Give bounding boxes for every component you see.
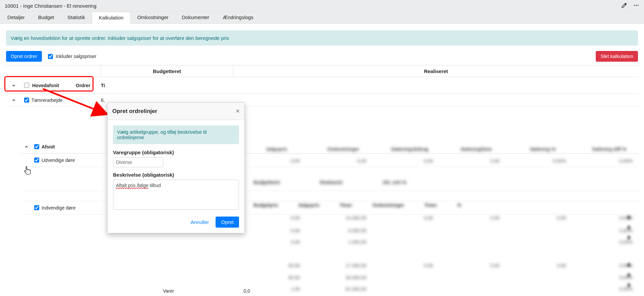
blurred-data-row-6: 1,0081.000,000,00% [253, 286, 633, 294]
main-section-row[interactable]: Tømrerarbejde 6, [5, 94, 639, 107]
table-region: Budgetteret Realiseret Hovedafsnit Ordre… [5, 65, 639, 215]
main-section-checkbox[interactable] [22, 98, 31, 103]
tab-statistik[interactable]: Statistik [61, 12, 92, 23]
modal-info: Vælg artikelgruppe, og tilføj beskrivels… [113, 125, 239, 144]
sub-select-all-checkbox[interactable] [32, 144, 41, 149]
modal-title: Opret ordrelinjer [112, 108, 157, 115]
tab-kalkulation[interactable]: Kalkulation [92, 12, 130, 24]
collapse-icon[interactable] [5, 98, 22, 103]
tab-aendringslogs[interactable]: Ændringslogs [216, 12, 260, 23]
varer-value: 0,0 [217, 288, 253, 294]
tabs-bar: Detaljer Budget Statistik Kalkulation Om… [0, 12, 644, 24]
action-left: Opret ordrer Inkluder salgspriser [6, 51, 96, 62]
tab-omkostninger[interactable]: Omkostninger [130, 12, 175, 23]
create-button[interactable]: Opret [216, 217, 239, 228]
more-icon[interactable] [633, 2, 639, 9]
edit-icon[interactable] [621, 2, 627, 9]
header-actions [621, 2, 639, 9]
blurred-data-row-1: 0,0010.000,000,000,000,000,00% [253, 215, 633, 223]
group-spacer [5, 65, 101, 77]
include-sales-prices-checkbox[interactable] [48, 54, 53, 59]
tab-budget[interactable]: Budget [32, 12, 61, 23]
cancel-button[interactable]: Annuller [190, 219, 209, 225]
sub-row-1-checkbox[interactable] [34, 205, 39, 210]
col-ordrer: Ordrer [76, 83, 101, 88]
sub-header-label: Afsnit [41, 144, 55, 150]
beskrivelse-label: Beskrivelse (obligatorisk) [113, 172, 239, 178]
content-area: Vælg en hovedsektion for at oprette ordr… [0, 24, 644, 221]
blurred-data-row-5: 30,0030.000,000,00% [253, 275, 633, 282]
varer-label: Varer [160, 288, 217, 294]
row-delete-icons-2: 🗑🗑🗑 [627, 262, 631, 288]
col-hovedafsnit: Hovedafsnit [31, 83, 76, 88]
blurred-data-row-2: 0,005.000,000,00% [253, 228, 633, 235]
sub-row-0-label: Udvendige døre [41, 158, 75, 163]
beskrivelse-suffix: tilbud [150, 183, 161, 188]
sub-collapse-icon[interactable] [21, 144, 32, 149]
col-timer-truncated: Ti [101, 83, 114, 88]
delete-calculation-button[interactable]: Slet kalkulation [596, 51, 638, 62]
beskrivelse-textarea[interactable]: Aftalt pris ifølge tilbud [113, 180, 239, 210]
blurred-data-row-4: 30,0017.000,000,000,000,000,00% [253, 263, 633, 270]
sub-row-0-checkbox[interactable] [34, 158, 39, 163]
blurred-data-row-3: 0,001.000,000,00% [253, 239, 633, 247]
select-all-checkbox[interactable] [22, 83, 31, 88]
svg-point-2 [638, 5, 639, 6]
column-group-header: Budgetteret Realiseret [5, 65, 639, 77]
modal-body: Vælg artikelgruppe, og tilføj beskrivels… [108, 120, 244, 212]
modal-header: Opret ordrelinjer × [108, 103, 244, 120]
expand-all-icon[interactable] [5, 83, 22, 88]
modal-footer: Annuller Opret [108, 212, 244, 233]
varer-row: Varer 0,0 [160, 285, 253, 296]
beskrivelse-text-marked: Aftalt pris ifølge [116, 183, 148, 188]
main-section-name: Tømrerarbejde [31, 98, 76, 103]
include-sales-prices-wrap[interactable]: Inkluder salgspriser [48, 54, 96, 59]
row-delete-icons: 🗑🗑🗑 [627, 215, 631, 240]
tab-dokumenter[interactable]: Dokumenter [175, 12, 216, 23]
action-row: Opret ordrer Inkluder salgspriser Slet k… [6, 51, 638, 62]
sub-row-1-label: Indvendige døre [41, 205, 75, 211]
svg-point-1 [636, 5, 637, 6]
window-header: 10001 - Inge Christiansen - El renoverin… [0, 0, 644, 12]
include-sales-prices-label: Inkluder salgspriser [56, 54, 96, 59]
group-budgeted: Budgetteret [101, 65, 233, 77]
svg-point-0 [634, 5, 635, 6]
cost-rows: Varer 0,0 Tilføj omkostning [160, 285, 253, 296]
varegruppe-label: Varegruppe (obligatorisk) [113, 150, 239, 155]
column-header-row: Hovedafsnit Ordrer Ti [5, 77, 639, 94]
close-icon[interactable]: × [236, 107, 240, 115]
page-title: 10001 - Inge Christiansen - El renoverin… [5, 3, 97, 9]
tab-detaljer[interactable]: Detaljer [1, 12, 32, 23]
info-banner: Vælg en hovedsektion for at oprette ordr… [6, 31, 638, 46]
varegruppe-input[interactable] [113, 157, 163, 167]
create-orders-button[interactable]: Opret ordrer [6, 51, 42, 62]
create-order-lines-modal: Opret ordrelinjer × Vælg artikelgruppe, … [107, 102, 245, 233]
group-realized: Realiseret [233, 65, 639, 77]
